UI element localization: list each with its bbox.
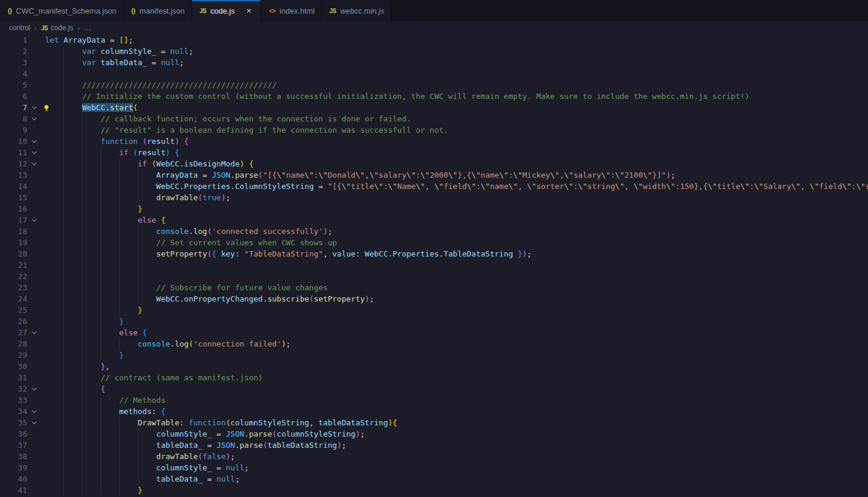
code-content[interactable]: else { — [41, 214, 868, 226]
fold-gutter — [27, 68, 41, 79]
code-content[interactable]: } — [41, 203, 868, 214]
code-content[interactable]: else { — [41, 327, 868, 338]
close-tab-icon[interactable]: × — [243, 5, 254, 16]
code-content[interactable] — [41, 259, 868, 271]
code-content[interactable]: tableData_ = JSON.parse(tableDataString)… — [41, 440, 868, 451]
fold-chevron-down-icon[interactable] — [27, 113, 41, 124]
line-number: 40 — [0, 473, 27, 485]
indent-guide — [101, 147, 101, 158]
fold-chevron-down-icon[interactable] — [27, 158, 41, 169]
code-content[interactable]: ////////////////////////////////////////… — [41, 79, 868, 91]
code-content[interactable]: columnStyle_ = JSON.parse(columnStyleStr… — [41, 428, 868, 440]
indent-guide — [119, 203, 120, 214]
fold-gutter — [27, 169, 41, 181]
code-content[interactable]: } — [41, 349, 868, 361]
fold-chevron-down-icon[interactable] — [27, 406, 41, 417]
json-braces-icon: {} — [8, 8, 12, 14]
js-icon: JS — [41, 25, 47, 31]
code-content[interactable]: // callback function; occurs when the co… — [41, 113, 868, 124]
code-content[interactable]: console.log('connection failed'); — [41, 338, 868, 349]
fold-chevron-down-icon[interactable] — [27, 147, 41, 158]
code-content[interactable]: let ArrayData = []; — [41, 34, 868, 46]
code-content[interactable]: console.log('connected successfully'); — [41, 226, 868, 237]
fold-chevron-down-icon[interactable] — [27, 102, 41, 113]
code-content[interactable]: } — [41, 485, 868, 496]
code-content[interactable]: }, — [41, 361, 868, 372]
code-content[interactable]: // Set current values when CWC shows up — [41, 237, 868, 248]
breadcrumb-item-control[interactable]: control — [9, 24, 30, 32]
line-number: 28 — [0, 338, 27, 349]
indent-guide — [138, 192, 139, 203]
fold-gutter — [27, 248, 41, 259]
fold-gutter — [27, 462, 41, 473]
indent-guide — [63, 248, 64, 259]
code-content[interactable]: if (result) { — [41, 147, 868, 158]
breadcrumb-item--[interactable]: … — [84, 24, 91, 32]
line-number: 39 — [0, 462, 27, 473]
fold-gutter — [27, 226, 41, 237]
code-content[interactable]: drawTable(true); — [41, 192, 868, 203]
indent-guide — [119, 417, 120, 428]
code-content[interactable]: WebCC.onPropertyChanged.subscribe(setPro… — [41, 293, 868, 304]
code-content[interactable]: { — [41, 383, 868, 395]
fold-chevron-down-icon[interactable] — [27, 327, 41, 338]
code-content[interactable]: function (result) { — [41, 136, 868, 147]
indent-guide — [119, 462, 120, 473]
indent-guide — [82, 226, 83, 237]
code-content[interactable]: methods: { — [41, 406, 868, 417]
indent-guide — [82, 158, 83, 169]
indent-guide — [101, 428, 101, 440]
code-content[interactable]: drawTable(false); — [41, 451, 868, 462]
fold-chevron-down-icon[interactable] — [27, 136, 41, 147]
code-content[interactable]: } — [41, 304, 868, 316]
code-content[interactable]: tableData_ = null; — [41, 473, 868, 485]
fold-chevron-down-icon[interactable] — [27, 417, 41, 428]
code-line: 33 // Methods — [0, 395, 868, 406]
tab-code[interactable]: JScode.js× — [192, 0, 261, 21]
tab-cwc-manifest-schema[interactable]: {}CWC_manifest_Schema.json — [0, 0, 124, 21]
indent-guide — [101, 226, 101, 237]
code-content[interactable]: setProperty({ key: "TableDataString", va… — [41, 248, 868, 259]
indent-guide — [82, 361, 83, 372]
tab-webcc-min[interactable]: JSwebcc.min.js — [322, 0, 391, 21]
line-number: 1 — [0, 34, 27, 46]
code-line: 31 // contract (same as manifest.json) — [0, 372, 868, 383]
code-content[interactable]: columnStyle_ = null; — [41, 462, 868, 473]
code-content[interactable]: WebCC.Properties.ColumnStyleString = "[{… — [41, 181, 868, 192]
indent-guide — [82, 214, 83, 226]
code-content[interactable] — [41, 68, 868, 79]
code-content[interactable]: var tableData_ = null; — [41, 57, 868, 68]
code-content[interactable]: if (WebCC.isDesignMode) { — [41, 158, 868, 169]
fold-chevron-down-icon[interactable] — [27, 383, 41, 395]
code-line: 5 //////////////////////////////////////… — [0, 79, 868, 91]
indent-guide — [63, 226, 64, 237]
indent-guide — [63, 102, 64, 113]
code-content[interactable]: // contract (same as manifest.json) — [41, 372, 868, 383]
breadcrumb-item-code-js[interactable]: JScode.js — [41, 24, 73, 32]
code-content[interactable]: } — [41, 316, 868, 327]
code-content[interactable] — [41, 271, 868, 282]
code-content[interactable]: // Subscribe for future value changes — [41, 282, 868, 293]
fold-chevron-down-icon[interactable] — [27, 214, 41, 226]
lightbulb-icon[interactable] — [43, 104, 50, 113]
code-content[interactable]: // "result" is a boolean defining if the… — [41, 124, 868, 136]
tab-index-html[interactable]: <>index.html — [261, 0, 322, 21]
line-number: 11 — [0, 147, 27, 158]
code-content[interactable]: WebCC.start( — [41, 102, 868, 113]
indent-guide — [101, 473, 101, 485]
code-line: 21 — [0, 259, 868, 271]
indent-guide — [138, 428, 139, 440]
line-number: 31 — [0, 372, 27, 383]
line-number: 34 — [0, 406, 27, 417]
code-content[interactable]: var columnStyle_ = null; — [41, 46, 868, 57]
indent-guide — [82, 406, 83, 417]
code-content[interactable]: // Initialize the custom control (withou… — [41, 91, 868, 102]
tab-manifest[interactable]: {}manifest.json — [124, 0, 192, 21]
indent-guide — [82, 383, 83, 395]
code-content[interactable]: // Methods — [41, 395, 868, 406]
code-content[interactable]: ArrayData = JSON.parse("[{\"name\":\"Don… — [41, 169, 868, 181]
code-content[interactable]: DrawTable: function(columnStyleString, t… — [41, 417, 868, 428]
indent-guide — [101, 192, 101, 203]
indent-guide — [63, 282, 64, 293]
code-line: 29 } — [0, 349, 868, 361]
